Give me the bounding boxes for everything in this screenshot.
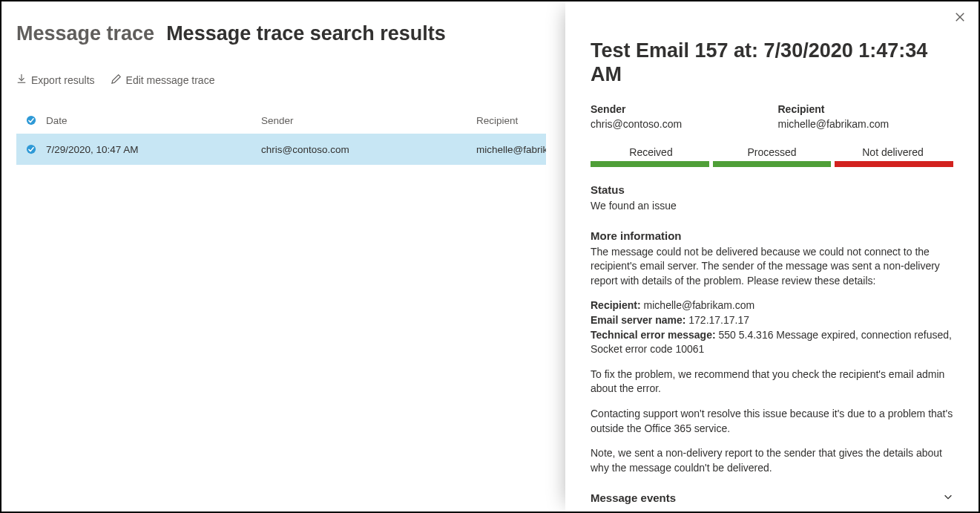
details-flyout: Test Email 157 at: 7/30/2020 1:47:34 AM … (565, 1, 979, 512)
stage-received-bar (591, 161, 709, 167)
more-info-intro: The message could not be delivered becau… (591, 245, 953, 289)
stage-processed-label: Processed (711, 146, 832, 158)
edit-message-trace-label: Edit message trace (126, 74, 215, 86)
col-date[interactable]: Date (46, 115, 261, 126)
sender-recipient-block: Sender chris@contoso.com Recipient miche… (591, 103, 953, 130)
export-results-button[interactable]: Export results (16, 73, 95, 86)
ndr-note: Note, we sent a non-delivery report to t… (591, 446, 953, 475)
stage-received-label: Received (591, 146, 711, 158)
col-sender[interactable]: Sender (261, 115, 476, 126)
breadcrumb: Message trace Message trace search resul… (16, 22, 546, 45)
app-window: Message trace Message trace search resul… (0, 0, 980, 513)
stage-processed-bar (713, 161, 832, 167)
recipient-value: michelle@fabrikam.com (778, 118, 954, 130)
detail-recipient: Recipient: michelle@fabrikam.com (591, 298, 953, 313)
accordion: Message events More information (591, 481, 953, 512)
edit-icon (111, 73, 122, 86)
edit-message-trace-button[interactable]: Edit message trace (111, 73, 215, 86)
stage-notdelivered-label: Not delivered (832, 146, 953, 158)
sender-label: Sender (591, 103, 766, 115)
row-checkbox[interactable] (16, 144, 46, 154)
chevron-down-icon (943, 491, 953, 504)
recipient-label: Recipient (778, 103, 954, 115)
toolbar: Export results Edit message trace (16, 73, 546, 86)
table-row[interactable]: 7/29/2020, 10:47 AM chris@contoso.com mi… (16, 134, 546, 165)
breadcrumb-root[interactable]: Message trace (16, 22, 154, 45)
flyout-title: Test Email 157 at: 7/30/2020 1:47:34 AM (591, 39, 953, 87)
cell-recipient: michelle@fabrikam.c (476, 144, 546, 155)
main-content: Message trace Message trace search resul… (1, 1, 561, 512)
fix-recommendation: To fix the problem, we recommend that yo… (591, 367, 953, 396)
export-results-label: Export results (31, 74, 95, 86)
stage-notdelivered-bar (835, 161, 953, 167)
accordion-message-events-label: Message events (591, 491, 676, 504)
close-icon (955, 13, 965, 24)
table-header-row: Date Sender Recipient (16, 107, 546, 134)
select-all-checkbox[interactable] (16, 115, 46, 125)
status-heading: Status (591, 183, 953, 196)
results-table: Date Sender Recipient 7/29/2020, 10:47 A… (16, 107, 546, 165)
close-button[interactable] (955, 12, 965, 24)
more-info-heading: More information (591, 229, 953, 242)
cell-sender: chris@contoso.com (261, 144, 476, 155)
svg-point-3 (27, 145, 36, 154)
svg-point-2 (27, 116, 36, 125)
cell-date: 7/29/2020, 10:47 AM (46, 144, 261, 155)
accordion-message-events[interactable]: Message events (591, 481, 953, 512)
status-section: Status We found an issue (591, 183, 953, 213)
download-icon (16, 73, 27, 86)
support-note: Contacting support won't resolve this is… (591, 407, 953, 436)
breadcrumb-current: Message trace search results (166, 22, 446, 45)
detail-server: Email server name: 172.17.17.17 (591, 313, 953, 328)
status-text: We found an issue (591, 199, 953, 213)
col-recipient[interactable]: Recipient (476, 115, 546, 126)
sender-value: chris@contoso.com (591, 118, 766, 130)
detail-technical-error: Technical error message: 550 5.4.316 Mes… (591, 328, 953, 357)
more-information-section: More information The message could not b… (591, 229, 953, 476)
delivery-stages: Received Processed Not delivered (591, 146, 953, 167)
